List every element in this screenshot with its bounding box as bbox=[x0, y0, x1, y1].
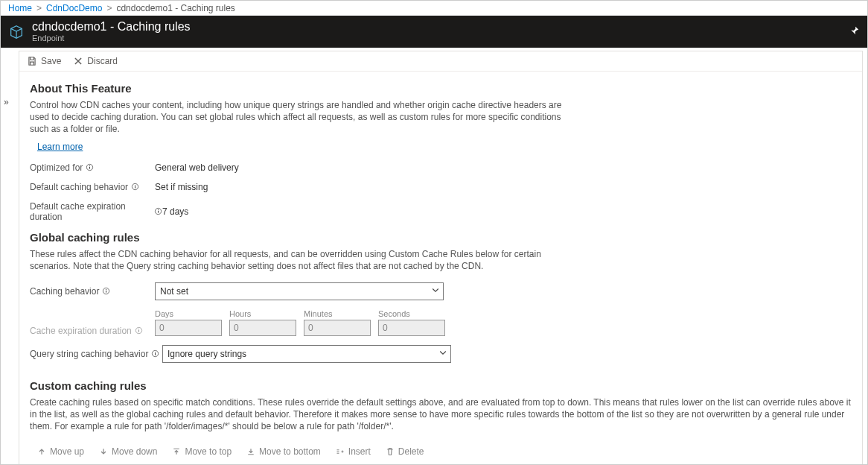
info-icon[interactable] bbox=[154, 207, 162, 215]
query-string-select[interactable]: Ignore query strings bbox=[162, 345, 451, 363]
move-down-button[interactable]: Move down bbox=[99, 446, 157, 457]
optimized-for-value: General web delivery bbox=[155, 162, 239, 173]
query-string-label: Query string caching behavior bbox=[30, 349, 162, 359]
expand-handle-icon[interactable]: » bbox=[4, 97, 9, 107]
global-heading: Global caching rules bbox=[30, 231, 852, 244]
about-heading: About This Feature bbox=[30, 82, 852, 95]
cache-exp-label: Cache expiration duration bbox=[30, 326, 155, 336]
page-title: cdndocdemo1 - Caching rules bbox=[32, 20, 191, 34]
global-text: These rules affect the CDN caching behav… bbox=[30, 248, 581, 272]
svg-rect-8 bbox=[158, 209, 159, 210]
svg-rect-10 bbox=[106, 291, 106, 293]
hours-label: Hours bbox=[229, 309, 296, 318]
custom-heading: Custom caching rules bbox=[30, 379, 852, 392]
breadcrumb-sep: > bbox=[36, 3, 42, 13]
optimized-for-label: Optimized for bbox=[30, 162, 155, 173]
save-label: Save bbox=[41, 56, 61, 66]
svg-rect-13 bbox=[138, 330, 139, 332]
endpoint-cube-icon bbox=[8, 24, 25, 40]
default-behavior-label: Default caching behavior bbox=[30, 182, 155, 192]
pin-icon[interactable] bbox=[849, 25, 860, 38]
caching-behavior-label: Caching behavior bbox=[30, 286, 155, 297]
default-exp-value: 7 days bbox=[162, 206, 188, 217]
info-icon[interactable] bbox=[86, 163, 94, 171]
hours-input bbox=[229, 320, 296, 336]
rules-toolbar: Move up Move down Move to top Move to bo… bbox=[37, 446, 852, 457]
chevron-down-icon bbox=[431, 285, 440, 297]
svg-rect-7 bbox=[158, 211, 159, 213]
breadcrumb-home[interactable]: Home bbox=[8, 3, 32, 13]
discard-label: Discard bbox=[87, 56, 118, 66]
delete-button[interactable]: Delete bbox=[386, 446, 424, 457]
svg-rect-11 bbox=[106, 290, 106, 291]
chevron-down-icon bbox=[438, 348, 447, 359]
page-subtitle: Endpoint bbox=[32, 34, 191, 43]
info-icon[interactable] bbox=[131, 183, 139, 191]
custom-text: Create caching rules based on specific m… bbox=[30, 396, 852, 433]
info-icon[interactable] bbox=[102, 287, 110, 295]
svg-rect-14 bbox=[138, 329, 139, 330]
info-icon[interactable] bbox=[135, 326, 143, 335]
main-panel: Save Discard About This Feature Control … bbox=[19, 51, 863, 465]
seconds-label: Seconds bbox=[378, 309, 445, 318]
discard-button[interactable]: Discard bbox=[73, 56, 118, 66]
info-icon[interactable] bbox=[151, 349, 159, 358]
command-bar: Save Discard bbox=[19, 51, 862, 72]
minutes-input bbox=[304, 320, 371, 336]
default-behavior-value: Set if missing bbox=[155, 182, 208, 192]
svg-rect-1 bbox=[89, 167, 90, 169]
move-to-bottom-button[interactable]: Move to bottom bbox=[246, 446, 321, 457]
learn-more-link[interactable]: Learn more bbox=[37, 142, 83, 152]
svg-rect-2 bbox=[89, 165, 90, 166]
svg-rect-5 bbox=[135, 185, 135, 186]
default-exp-label: Default cache expiration duration bbox=[30, 201, 162, 222]
move-up-button[interactable]: Move up bbox=[37, 446, 84, 457]
minutes-label: Minutes bbox=[304, 309, 371, 318]
breadcrumb-current: cdndocdemo1 - Caching rules bbox=[116, 3, 234, 13]
move-to-top-button[interactable]: Move to top bbox=[172, 446, 232, 457]
breadcrumb-sep: > bbox=[106, 3, 112, 13]
insert-button[interactable]: Insert bbox=[336, 446, 371, 457]
about-text: Control how CDN caches your content, inc… bbox=[30, 99, 581, 136]
days-label: Days bbox=[155, 309, 222, 318]
svg-rect-16 bbox=[155, 353, 156, 355]
svg-rect-17 bbox=[155, 352, 156, 353]
page-header: cdndocdemo1 - Caching rules Endpoint bbox=[1, 16, 867, 48]
svg-rect-4 bbox=[135, 186, 135, 189]
seconds-input bbox=[378, 320, 445, 336]
save-button[interactable]: Save bbox=[27, 56, 61, 66]
caching-behavior-select[interactable]: Not set bbox=[155, 282, 444, 300]
breadcrumb-profile[interactable]: CdnDocDemo bbox=[46, 3, 102, 13]
breadcrumb: Home > CdnDocDemo > cdndocdemo1 - Cachin… bbox=[1, 1, 867, 16]
days-input bbox=[155, 320, 222, 336]
